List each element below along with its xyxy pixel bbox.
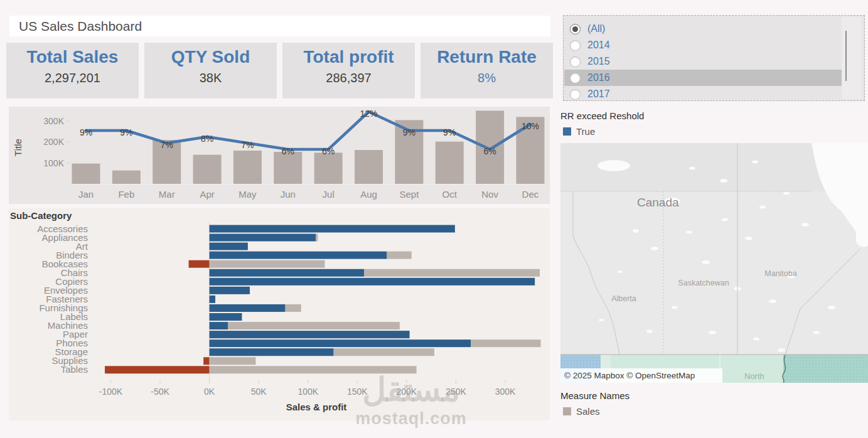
radio-selected-icon[interactable]: [570, 24, 581, 35]
kpi-value: 286,397: [282, 71, 415, 85]
month-bar[interactable]: [233, 151, 262, 184]
kpi-card-return-rate[interactable]: Return Rate 8%: [421, 43, 553, 99]
rr-true-bar[interactable]: [210, 339, 471, 347]
x-tick-label: 250K: [446, 387, 466, 397]
percent-label: 8%: [201, 134, 213, 144]
negative-bar[interactable]: [105, 366, 210, 373]
sales-bar[interactable]: [286, 304, 301, 312]
x-tick-label: -100K: [99, 387, 123, 397]
y-tick-label: 200K: [43, 137, 64, 147]
rr-true-bar[interactable]: [210, 278, 535, 286]
month-bar[interactable]: [274, 152, 302, 184]
kpi-card-total-sales[interactable]: Total Sales 2,297,201: [6, 43, 139, 99]
sales-bar[interactable]: [364, 269, 540, 277]
legend-item-sales[interactable]: Sales: [560, 406, 630, 417]
kpi-value: 2,297,201: [6, 71, 139, 85]
sales-bar[interactable]: [210, 260, 325, 268]
scrollbar-thumb[interactable]: [845, 31, 847, 81]
rr-true-bar[interactable]: [210, 234, 316, 242]
measure-names-legend: Measure Names Sales: [560, 390, 630, 417]
percent-label: 6%: [282, 146, 294, 156]
rr-true-bar[interactable]: [210, 269, 365, 277]
map-label-north-dakota: North: [744, 371, 764, 381]
sales-bar[interactable]: [334, 348, 434, 356]
y-axis-title: Title: [13, 139, 23, 156]
year-option-all[interactable]: (All): [564, 21, 842, 37]
rr-true-bar[interactable]: [210, 322, 228, 329]
year-filter-list: (All) 2014 2015 2016 2017: [564, 21, 842, 101]
rr-true-bar[interactable]: [210, 304, 286, 312]
kpi-value: 38K: [144, 71, 277, 85]
month-label: Jul: [323, 189, 335, 200]
percent-label: 9%: [80, 127, 92, 137]
legend-title: RR exceed Reshold: [560, 110, 644, 121]
month-label: Sept: [399, 189, 419, 200]
map-label-alberta: Alberta: [611, 294, 636, 303]
kpi-card-total-profit[interactable]: Total profit 286,397: [282, 43, 415, 99]
month-bar[interactable]: [112, 171, 141, 184]
legend-item-true[interactable]: True: [560, 126, 644, 137]
month-label: Mar: [159, 189, 175, 200]
subcategory-bar-chart: Sub-CategoryAccessoriesAppliancesArtBind…: [9, 208, 550, 420]
month-bar[interactable]: [314, 152, 343, 184]
month-label: Nov: [481, 189, 498, 200]
radio-icon[interactable]: [570, 89, 581, 100]
rr-true-bar[interactable]: [210, 243, 248, 250]
radio-icon[interactable]: [570, 73, 581, 83]
rr-true-bar[interactable]: [210, 348, 334, 356]
x-tick-label: 100K: [297, 387, 318, 397]
sales-bar[interactable]: [210, 357, 256, 365]
map[interactable]: Canada Alberta Saskatchewan Manitoba Nor…: [560, 143, 868, 383]
x-tick-label: 200K: [397, 387, 417, 397]
year-filter-panel: (All) 2014 2015 2016 2017: [563, 15, 865, 101]
rr-true-bar[interactable]: [210, 225, 455, 233]
year-option-2016[interactable]: 2016: [564, 70, 842, 86]
rr-true-bar[interactable]: [210, 313, 242, 321]
category-label: Tables: [61, 364, 88, 375]
page-title: US Sales Dashboard: [9, 16, 550, 36]
map-attribution: © 2025 Mapbox © OpenStreetMap: [560, 368, 722, 383]
dashboard-title-band: US Sales Dashboard: [9, 16, 550, 36]
combo-chart-svg: Title100K200K300KJanFebMarAprMayJunJulAu…: [9, 107, 550, 204]
x-tick-label: 150K: [347, 387, 368, 397]
month-label: Jan: [78, 189, 94, 200]
rr-true-bar[interactable]: [210, 252, 387, 259]
rr-true-bar[interactable]: [210, 331, 410, 338]
percent-label: 7%: [241, 140, 254, 150]
map-label-canada: Canada: [637, 196, 679, 209]
percent-label: 12%: [360, 109, 378, 119]
sales-bar[interactable]: [210, 366, 417, 373]
month-bar[interactable]: [193, 155, 222, 184]
kpi-label: QTY Sold: [144, 47, 277, 67]
rr-true-bar[interactable]: [210, 287, 250, 294]
return-rate-line[interactable]: [86, 112, 530, 149]
y-tick-label: 100K: [43, 158, 64, 168]
sales-bar[interactable]: [316, 234, 318, 242]
subcategory-header: Sub-Category: [10, 210, 72, 221]
negative-bar[interactable]: [189, 260, 210, 268]
year-option-2014[interactable]: 2014: [564, 37, 842, 53]
x-axis-title: Sales & profit: [286, 402, 347, 412]
map-label-saskatchewan: Saskatchewan: [678, 279, 729, 287]
map-svg: Canada Alberta Saskatchewan Manitoba Nor…: [560, 143, 868, 383]
year-option-2015[interactable]: 2015: [564, 53, 842, 70]
sales-bar[interactable]: [471, 339, 541, 347]
filter-scrollbar[interactable]: [842, 17, 862, 99]
radio-icon[interactable]: [570, 56, 581, 67]
month-bar[interactable]: [72, 164, 100, 184]
kpi-card-qty-sold[interactable]: QTY Sold 38K: [144, 43, 277, 99]
rr-true-swatch: [563, 127, 571, 136]
rr-threshold-legend: RR exceed Reshold True: [560, 110, 644, 137]
month-label: Feb: [118, 189, 134, 200]
month-bar[interactable]: [436, 142, 464, 184]
y-tick-label: 300K: [43, 116, 64, 126]
percent-label: 9%: [120, 127, 132, 137]
sales-bar[interactable]: [228, 322, 399, 329]
sales-bar[interactable]: [387, 252, 411, 259]
year-option-2017[interactable]: 2017: [564, 86, 842, 101]
negative-bar[interactable]: [203, 357, 209, 365]
subcat-chart-svg: Sub-CategoryAccessoriesAppliancesArtBind…: [9, 208, 550, 420]
rr-true-bar[interactable]: [210, 296, 215, 303]
month-bar[interactable]: [355, 150, 383, 184]
radio-icon[interactable]: [570, 40, 581, 51]
